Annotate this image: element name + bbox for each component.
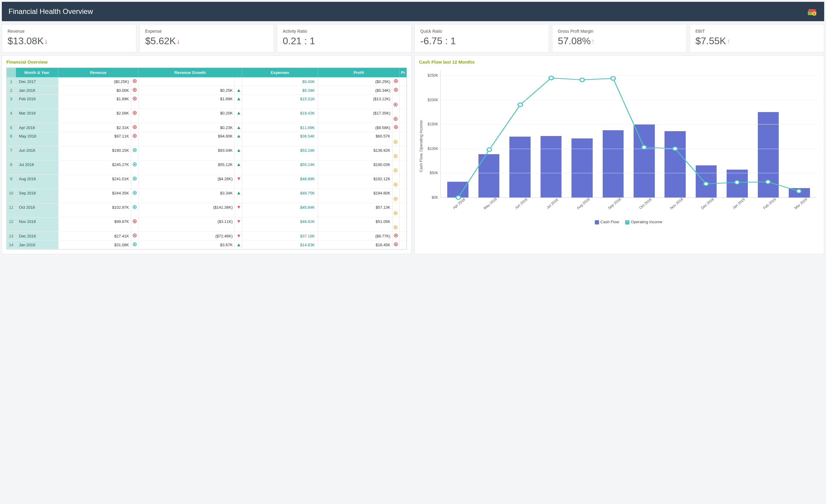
- cell-growth: $93.04K: [138, 146, 235, 161]
- col-header[interactable]: Expenses: [242, 68, 318, 77]
- cell-cutoff: [400, 146, 407, 161]
- growth-direction: [235, 241, 242, 249]
- kpi-card[interactable]: Revenue$13.08K↓: [2, 24, 136, 52]
- table-row[interactable]: 9Aug 2018$241.01K($4.26K)$48.89K$192.12K: [7, 175, 407, 189]
- table-row[interactable]: 6May 2018$97.11K$94.80K$36.54K$60.57K: [7, 132, 407, 146]
- cell-profit: ($17.35K): [318, 109, 392, 123]
- cell-profit: $190.03K: [318, 161, 392, 175]
- profit-indicator: [393, 217, 400, 232]
- row-number: 4: [7, 109, 16, 123]
- table-row[interactable]: 13Dec 2018$27.41K($72.46K)$37.18K($9.77K…: [7, 232, 407, 241]
- profit-indicator: [393, 123, 400, 132]
- table-row[interactable]: 1Dec 2017($0.25K)$0.00K($0.25K): [7, 77, 407, 86]
- revenue-indicator: [131, 203, 138, 217]
- panel-title: Cash Flow last 12 Months: [419, 59, 820, 65]
- table-row[interactable]: 3Feb 2018$1.89K$1.89K$15.01K($13.12K): [7, 95, 407, 109]
- indicator-red-icon: [394, 103, 398, 107]
- row-number: 13: [7, 232, 16, 241]
- table-row[interactable]: 14Jan 2019$31.08K$3.67K$14.63K$16.45K: [7, 241, 407, 249]
- trend-up-icon: ↑: [591, 37, 595, 46]
- profit-indicator: [393, 109, 400, 123]
- cell-month: Jul 2018: [16, 161, 58, 175]
- cell-profit: $136.92K: [318, 146, 392, 161]
- line-point[interactable]: [518, 103, 522, 107]
- line-point[interactable]: [611, 77, 615, 80]
- kpi-value: $5.62K↓: [145, 36, 268, 47]
- legend-item-operating-income[interactable]: Operating Income: [625, 219, 662, 225]
- financial-overview-table[interactable]: Month & YearRevenueRevenue GrowthExpense…: [7, 68, 407, 249]
- revenue-indicator: [131, 132, 138, 146]
- cell-cutoff: [400, 203, 407, 217]
- col-header[interactable]: Month & Year: [16, 68, 58, 77]
- table-row[interactable]: 4Mar 2018$2.08K$0.20K$19.43K($17.35K): [7, 109, 407, 123]
- cell-cutoff: [400, 95, 407, 109]
- profit-indicator: [393, 146, 400, 161]
- cell-expenses: $49.75K: [242, 189, 318, 203]
- legend-item-cash-flow[interactable]: Cash Flow: [595, 219, 619, 225]
- kpi-card[interactable]: Activity Ratio0.21 : 1: [277, 24, 411, 52]
- growth-direction: [235, 217, 242, 232]
- cell-cutoff: [400, 175, 407, 189]
- line-point[interactable]: [796, 189, 801, 193]
- cell-revenue: $244.35K: [58, 189, 131, 203]
- col-header[interactable]: Profit: [318, 68, 399, 77]
- line-series[interactable]: [459, 78, 799, 197]
- col-header[interactable]: Revenue Growth: [138, 68, 242, 77]
- cell-growth: $0.23K: [138, 123, 235, 132]
- line-point[interactable]: [580, 78, 585, 82]
- indicator-red-icon: [394, 234, 398, 238]
- row-number: 14: [7, 241, 16, 249]
- cell-growth: $55.12K: [138, 161, 235, 175]
- table-row[interactable]: 5Apr 2018$2.31K$0.23K$11.89K($9.58K): [7, 123, 407, 132]
- kpi-card[interactable]: Expense$5.62K↓: [139, 24, 274, 52]
- table-row[interactable]: 10Sep 2018$244.35K$3.34K$49.75K$194.60K: [7, 189, 407, 203]
- kpi-card[interactable]: Gross Proft Margin57.08%↑: [552, 24, 687, 52]
- trend-up-icon: ↑: [727, 37, 730, 46]
- table-row[interactable]: 7Jun 2018$190.15K$93.04K$53.24K$136.92K: [7, 146, 407, 161]
- cell-profit: $194.60K: [318, 189, 392, 203]
- line-point[interactable]: [456, 196, 461, 199]
- y-tick: $100K: [427, 146, 440, 151]
- revenue-indicator: [131, 86, 138, 95]
- cell-cutoff: [400, 241, 407, 249]
- indicator-amber-icon: [394, 225, 398, 229]
- cell-growth: ($3.11K): [138, 217, 235, 232]
- cell-cutoff: [400, 123, 407, 132]
- table-row[interactable]: 12Nov 2018$99.87K($3.11K)$48.82K$51.05K: [7, 217, 407, 232]
- profit-indicator: [393, 161, 400, 175]
- line-point[interactable]: [766, 180, 770, 184]
- col-header-rownum[interactable]: [7, 68, 16, 77]
- kpi-value: -6.75 : 1: [420, 36, 543, 47]
- cell-month: Feb 2018: [16, 95, 58, 109]
- y-tick: $50K: [430, 171, 440, 175]
- growth-direction: [235, 232, 242, 241]
- cell-profit: ($9.77K): [318, 232, 392, 241]
- cell-cutoff: [400, 161, 407, 175]
- profit-indicator: [393, 95, 400, 109]
- kpi-card[interactable]: EBIT$7.55K↑: [690, 24, 824, 52]
- growth-direction: [235, 123, 242, 132]
- col-header[interactable]: Pr: [400, 68, 407, 77]
- cash-flow-chart[interactable]: Cash Flow, Operating Income $0K$50K$100K…: [419, 68, 820, 225]
- kpi-card[interactable]: Quick Ratio-6.75 : 1: [415, 24, 549, 52]
- line-point[interactable]: [549, 76, 553, 80]
- cell-growth: $3.67K: [138, 241, 235, 249]
- cell-expenses: $48.89K: [242, 175, 318, 189]
- y-tick: $150K: [427, 122, 440, 126]
- cell-growth: $94.80K: [138, 132, 235, 146]
- kpi-value: 57.08%↑: [558, 36, 681, 47]
- cell-profit: $57.13K: [318, 203, 392, 217]
- line-point[interactable]: [735, 181, 739, 184]
- growth-direction: [235, 132, 242, 146]
- triangle-up-icon: [237, 112, 240, 115]
- col-header[interactable]: Revenue: [58, 68, 138, 77]
- table-row[interactable]: 8Jul 2018$245.27K$55.12K$55.24K$190.03K: [7, 161, 407, 175]
- kpi-label: EBIT: [695, 29, 818, 34]
- indicator-green-icon: [133, 242, 137, 246]
- table-row[interactable]: 11Oct 2018$102.97K($141.38K)$45.84K$57.1…: [7, 203, 407, 217]
- cell-profit: ($9.58K): [318, 123, 392, 132]
- profit-indicator: [393, 241, 400, 249]
- cell-expenses: $45.84K: [242, 203, 318, 217]
- line-point[interactable]: [704, 182, 708, 186]
- table-row[interactable]: 2Jan 2018$0.00K$0.25K$5.34K($5.34K): [7, 86, 407, 95]
